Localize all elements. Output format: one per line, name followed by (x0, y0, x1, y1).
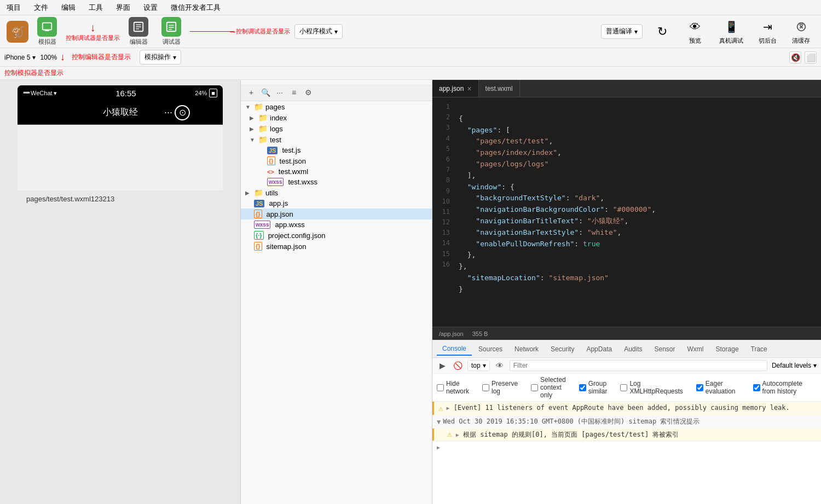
cut-backend-button[interactable]: ⇥ 切后台 (754, 16, 781, 47)
tree-item-test-wxml[interactable]: ▶ <> test.wxml (241, 166, 432, 177)
menu-wechat-devtools[interactable]: 微信开发者工具 (169, 2, 223, 14)
options-left: Hide network Preserve log Selected conte… (437, 376, 607, 399)
app-mode-select[interactable]: 小程序模式 ▾ (294, 24, 343, 39)
fullscreen-button[interactable]: ⬜ (805, 51, 817, 63)
debug-tab-sensor[interactable]: Sensor (649, 343, 681, 355)
menu-file[interactable]: 文件 (32, 2, 50, 14)
debug-content: ⚠ ▶ [Event] 11 listeners of event AppRou… (432, 402, 821, 504)
zoom-select[interactable]: 100% ↓ (40, 51, 65, 63)
phone-nav-bar: 小猿取经 ··· ⊙ (18, 101, 223, 125)
debug-tab-wxml[interactable]: Wxml (682, 343, 709, 355)
debug-tab-console[interactable]: Console (437, 343, 472, 356)
nav-more: ··· ⊙ (164, 105, 190, 120)
app-logo[interactable]: 🐒 (7, 21, 28, 43)
debug-tab-appdata[interactable]: AppData (581, 343, 617, 355)
tree-item-app-wxss[interactable]: ▶ wxss app.wxss (241, 219, 432, 230)
debug-tab-security[interactable]: Security (545, 343, 580, 355)
mode-annotation: → 控制调试器是否显示 (190, 27, 290, 36)
device-select[interactable]: iPhone 5 ▾ (4, 54, 36, 61)
search-file-button[interactable]: 🔍 (259, 86, 271, 99)
file-tree-panel: + 🔍 ··· ≡ ⚙ ▼ 📁 pages ▶ 📁 index ▶ 📁 logs… (241, 80, 432, 504)
menu-edit[interactable]: 编辑 (59, 2, 78, 14)
simulator-button[interactable]: 模拟器 (33, 15, 61, 48)
close-tab-app-json[interactable]: × (467, 84, 471, 93)
phone-status-bar: ••••• WeChat ▾ 16:55 24% ■ (18, 85, 223, 101)
tab-app-json[interactable]: app.json × (432, 80, 479, 97)
simulator-panel: ••••• WeChat ▾ 16:55 24% ■ 小猿取经 ··· ⊙ (0, 80, 241, 504)
group-similar-option[interactable]: Group similar (579, 376, 608, 399)
toolbar: 🐒 模拟器 ↓ 控制调试器是否显示 编辑器 (0, 15, 821, 48)
debug-tab-network[interactable]: Network (509, 343, 544, 355)
debugger-button[interactable]: 调试器 (157, 15, 186, 48)
console-sub-sitemap: ⚠ ▶ 根据 sitemap 的规则[0], 当前页面 [pages/test/… (432, 428, 821, 441)
real-device-button[interactable]: 📱 真机调试 (715, 16, 748, 47)
settings-tree-button[interactable]: ⚙ (302, 86, 314, 99)
autocomplete-option[interactable]: Autocomplete from history (753, 380, 817, 395)
debug-tabs: Console Sources Network Security AppData… (432, 340, 821, 358)
debug-tab-audits[interactable]: Audits (618, 343, 647, 355)
tree-item-project-config[interactable]: ▶ {·} project.config.json (241, 230, 432, 241)
levels-select[interactable]: Default levels ▾ (772, 362, 817, 369)
tree-item-test[interactable]: ▼ 📁 test (241, 134, 432, 145)
clear-cache-button[interactable]: 清缓存 (788, 16, 814, 47)
simulator-annotation: ↓ 控制调试器是否显示 (66, 21, 120, 42)
eye-button[interactable]: 👁 (494, 360, 505, 371)
code-editor: 12345 678910 1112131415 16 { "pages": [ … (432, 97, 821, 327)
main-area: ••••• WeChat ▾ 16:55 24% ■ 小猿取经 ··· ⊙ (0, 80, 821, 504)
compile-select[interactable]: 普通编译 ▾ (601, 24, 643, 39)
debug-toolbar: ▶ 🚫 top ▾ 👁 Default levels ▾ (432, 358, 821, 374)
menu-project[interactable]: 项目 (4, 2, 23, 14)
console-info-sitemap: ▼ Wed Oct 30 2019 16:35:10 GMT+0800 (中国标… (432, 415, 821, 441)
annotation-bar: 控制模拟器是否显示 (0, 67, 821, 80)
menu-bar: 项目 文件 编辑 工具 界面 设置 微信开发者工具 (0, 0, 821, 15)
tree-item-pages[interactable]: ▼ 📁 pages (241, 101, 432, 112)
add-file-button[interactable]: + (245, 86, 257, 99)
tree-item-index[interactable]: ▶ 📁 index (241, 112, 432, 123)
tree-item-app-js[interactable]: ▶ JS app.js (241, 198, 432, 208)
log-xml-option[interactable]: Log XMLHttpRequests (620, 380, 683, 395)
device-controls: 🔇 ⬜ (789, 51, 817, 63)
debug-options: Hide network Preserve log Selected conte… (432, 374, 821, 402)
code-footer: /app.json 355 B (432, 327, 821, 340)
rotate-button[interactable]: 🔇 (789, 51, 801, 63)
more-options-button[interactable]: ··· (274, 86, 286, 99)
tree-item-sitemap[interactable]: ▶ {} sitemap.json (241, 241, 432, 252)
code-content[interactable]: { "pages": [ "pages/test/test", "pages/i… (454, 97, 821, 327)
debug-tab-trace[interactable]: Trace (745, 343, 773, 355)
toggle-sidebar-button[interactable]: ▶ (437, 360, 448, 371)
editor-button[interactable]: 编辑器 (124, 15, 153, 48)
top-select[interactable]: top ▾ (467, 360, 490, 371)
line-numbers: 12345 678910 1112131415 16 (432, 97, 454, 327)
simulate-ops-button[interactable]: 模拟操作 ▾ (140, 50, 181, 65)
collapse-all-button[interactable]: ≡ (288, 86, 300, 99)
file-path-text: pages/test/test.wxml123213 (18, 190, 223, 207)
device-bar: iPhone 5 ▾ 100% ↓ 控制编辑器是否显示 模拟操作 ▾ 🔇 ⬜ (0, 48, 821, 67)
preserve-log-option[interactable]: Preserve log (482, 376, 518, 399)
menu-tools[interactable]: 工具 (86, 2, 105, 14)
debug-tab-sources[interactable]: Sources (473, 343, 508, 355)
selected-context-option[interactable]: Selected context only (531, 376, 566, 399)
eager-eval-option[interactable]: Eager evaluation (696, 380, 740, 395)
tree-item-test-js[interactable]: ▶ JS test.js (241, 145, 432, 155)
tree-item-utils[interactable]: ▶ 📁 utils (241, 187, 432, 198)
refresh-button[interactable]: ↻ (649, 21, 675, 43)
menu-settings[interactable]: 设置 (141, 2, 160, 14)
console-expand-arrow[interactable]: ▶ (432, 441, 821, 453)
preview-button[interactable]: 👁 预览 (682, 16, 708, 47)
tree-item-test-wxss[interactable]: ▶ wxss test.wxss (241, 177, 432, 187)
toolbar-right: 普通编译 ▾ ↻ 👁 预览 📱 真机调试 ⇥ 切后台 (601, 16, 814, 47)
clear-console-button[interactable]: 🚫 (452, 360, 463, 371)
filter-input[interactable] (510, 360, 767, 371)
hide-network-option[interactable]: Hide network (437, 376, 469, 399)
file-tree-header: + 🔍 ··· ≡ ⚙ (241, 84, 432, 101)
tab-test-wxml[interactable]: test.wxml (479, 80, 520, 97)
phone-frame: ••••• WeChat ▾ 16:55 24% ■ 小猿取经 ··· ⊙ (18, 85, 223, 190)
tree-item-test-json[interactable]: ▶ {} test.json (241, 155, 432, 166)
tree-item-app-json[interactable]: ▶ {} app.json (241, 208, 432, 219)
svg-rect-0 (43, 23, 52, 30)
menu-interface[interactable]: 界面 (114, 2, 132, 14)
warning-text: ▶ [Event] 11 listeners of event AppRoute… (446, 404, 789, 412)
svg-rect-7 (167, 22, 176, 32)
tree-item-logs[interactable]: ▶ 📁 logs (241, 123, 432, 134)
debug-tab-storage[interactable]: Storage (710, 343, 744, 355)
